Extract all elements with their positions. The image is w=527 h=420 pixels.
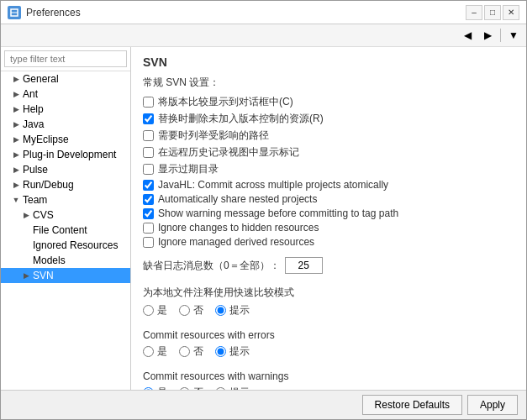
sidebar-item-label-ant: Ant — [23, 88, 38, 100]
checkbox-label-auto-share[interactable]: Automatically share nested projects — [158, 193, 317, 205]
commit-errors-yes: 是 — [143, 344, 167, 359]
commit-warnings-section: Commit resources with warnings 是 否 提示 — [143, 370, 514, 390]
sidebar-item-java[interactable]: ▶Java — [1, 117, 130, 132]
local-compare-no: 否 — [179, 303, 203, 318]
checkbox-remote-history[interactable] — [143, 147, 154, 158]
window-title: Preferences — [26, 7, 466, 18]
checkbox-row-compare-dialog: 将版本比较显示到对话框中(C) — [143, 95, 514, 109]
dropdown-button[interactable]: ▼ — [504, 26, 523, 45]
checkbox-label-affected-paths[interactable]: 需要时列举受影响的路径 — [158, 129, 269, 143]
checkbox-row-ignore-hidden: Ignore changes to hidden resources — [143, 222, 514, 234]
general-section-title: 常规 SVN 设置： — [143, 76, 514, 90]
commit-errors-yes-label[interactable]: 是 — [157, 344, 167, 359]
close-button[interactable]: ✕ — [503, 5, 519, 20]
sidebar-item-ignored-resources[interactable]: Ignored Resources — [1, 238, 130, 253]
checkbox-row-replace-deleted: 替换时删除未加入版本控制的资源(R) — [143, 112, 514, 126]
checkbox-row-remote-history: 在远程历史记录视图中显示标记 — [143, 145, 514, 160]
sidebar-item-models[interactable]: Models — [1, 253, 130, 268]
back-button[interactable]: ◀ — [458, 26, 477, 45]
sidebar-item-help[interactable]: ▶Help — [1, 102, 130, 117]
toolbar-divider — [500, 29, 501, 42]
java-arrow-icon: ▶ — [11, 119, 21, 129]
commit-errors-hint-label[interactable]: 提示 — [229, 344, 250, 359]
checkboxes-container: 将版本比较显示到对话框中(C)替换时删除未加入版本控制的资源(R)需要时列举受影… — [143, 95, 514, 250]
commit-errors-hint-radio[interactable] — [215, 346, 226, 357]
local-compare-yes-label[interactable]: 是 — [157, 303, 167, 318]
local-compare-yes: 是 — [143, 303, 167, 318]
right-panel: SVN 常规 SVN 设置： 将版本比较显示到对话框中(C)替换时删除未加入版本… — [131, 47, 526, 390]
checkbox-row-javaHL-commit: JavaHL: Commit across multiple projects … — [143, 179, 514, 191]
sidebar-item-svn[interactable]: ▶SVN — [1, 268, 130, 283]
search-box — [1, 47, 130, 71]
commit-errors-section: Commit resources with errors 是 否 提示 — [143, 329, 514, 360]
local-compare-no-radio[interactable] — [179, 305, 190, 316]
checkbox-affected-paths[interactable] — [143, 130, 154, 141]
sidebar-item-label-java: Java — [23, 118, 44, 130]
forward-button[interactable]: ▶ — [478, 26, 497, 45]
checkbox-label-ignore-hidden[interactable]: Ignore changes to hidden resources — [158, 222, 319, 234]
restore-defaults-button[interactable]: Restore Defaults — [362, 395, 462, 415]
checkbox-label-javaHL-commit[interactable]: JavaHL: Commit across multiple projects … — [158, 179, 388, 191]
sidebar-item-label-models: Models — [33, 255, 66, 266]
checkbox-javaHL-commit[interactable] — [143, 180, 154, 191]
checkbox-compare-dialog[interactable] — [143, 97, 154, 108]
models-arrow-icon — [21, 255, 31, 265]
commit-errors-hint: 提示 — [215, 344, 250, 359]
sidebar-item-run-debug[interactable]: ▶Run/Debug — [1, 177, 130, 192]
commit-warnings-label: Commit resources with warnings — [143, 370, 514, 382]
local-compare-yes-radio[interactable] — [143, 305, 154, 316]
commit-errors-yes-radio[interactable] — [143, 346, 154, 357]
ant-arrow-icon: ▶ — [11, 89, 21, 99]
sidebar-item-pulse[interactable]: ▶Pulse — [1, 162, 130, 177]
sidebar-item-label-ignored-resources: Ignored Resources — [33, 239, 118, 251]
checkbox-replace-deleted[interactable] — [143, 113, 154, 124]
checkbox-label-compare-dialog[interactable]: 将版本比较显示到对话框中(C) — [158, 95, 293, 109]
sidebar-item-label-myeclipse: MyEclipse — [23, 134, 69, 145]
svn-arrow-icon: ▶ — [21, 270, 31, 281]
commit-errors-no: 否 — [179, 344, 203, 359]
toolbar: ◀ ▶ ▼ — [1, 24, 526, 47]
local-compare-section: 为本地文件注释使用快速比较模式 是 否 提示 — [143, 286, 514, 319]
sidebar-item-cvs[interactable]: ▶CVS — [1, 207, 130, 223]
local-compare-hint-label[interactable]: 提示 — [229, 303, 250, 318]
apply-button[interactable]: Apply — [467, 395, 518, 415]
checkbox-auto-share[interactable] — [143, 194, 154, 205]
sidebar-item-plugin-dev[interactable]: ▶Plug-in Development — [1, 147, 130, 162]
local-compare-options: 是 否 提示 — [143, 303, 514, 318]
commit-errors-no-radio[interactable] — [179, 346, 190, 357]
checkbox-ignore-hidden[interactable] — [143, 223, 154, 234]
checkbox-label-ignore-managed[interactable]: Ignore managed derived resources — [158, 236, 314, 248]
sidebar-item-label-help: Help — [23, 103, 44, 115]
run-debug-arrow-icon: ▶ — [11, 180, 21, 190]
sidebar-item-ant[interactable]: ▶Ant — [1, 87, 130, 102]
panel-title: SVN — [143, 55, 514, 69]
sidebar-item-myeclipse[interactable]: ▶MyEclipse — [1, 132, 130, 147]
checkbox-label-replace-deleted[interactable]: 替换时删除未加入版本控制的资源(R) — [158, 112, 324, 126]
log-count-label: 缺省日志消息数（0＝全部）： — [143, 259, 280, 273]
local-compare-no-label[interactable]: 否 — [193, 303, 203, 318]
commit-errors-label: Commit resources with errors — [143, 329, 514, 341]
search-input[interactable] — [4, 50, 127, 67]
sidebar-item-label-svn: SVN — [33, 270, 54, 281]
checkbox-row-affected-paths: 需要时列举受影响的路径 — [143, 129, 514, 143]
checkbox-ignore-managed[interactable] — [143, 237, 154, 248]
local-compare-hint-radio[interactable] — [215, 305, 226, 316]
checkbox-label-remote-history[interactable]: 在远程历史记录视图中显示标记 — [158, 145, 299, 160]
sidebar-item-file-content[interactable]: File Content — [1, 223, 130, 238]
checkbox-label-warning-tag[interactable]: Show warning message before committing t… — [158, 207, 398, 219]
myeclipse-arrow-icon: ▶ — [11, 134, 21, 144]
log-count-input[interactable] — [285, 257, 323, 274]
sidebar: ▶General▶Ant▶Help▶Java▶MyEclipse▶Plug-in… — [1, 47, 131, 390]
preferences-window: Preferences – □ ✕ ◀ ▶ ▼ ▶General▶Ant▶Hel… — [0, 0, 527, 420]
sidebar-item-label-cvs: CVS — [33, 209, 54, 221]
commit-errors-no-label[interactable]: 否 — [193, 344, 203, 359]
sidebar-item-team[interactable]: ▼Team — [1, 192, 130, 207]
checkbox-label-show-expired[interactable]: 显示过期目录 — [158, 162, 219, 176]
maximize-button[interactable]: □ — [484, 5, 501, 20]
bottom-bar: Restore Defaults Apply — [1, 390, 526, 419]
checkbox-warning-tag[interactable] — [143, 208, 154, 219]
checkbox-show-expired[interactable] — [143, 164, 154, 175]
sidebar-item-label-file-content: File Content — [33, 224, 87, 236]
sidebar-item-general[interactable]: ▶General — [1, 71, 130, 87]
minimize-button[interactable]: – — [466, 5, 482, 20]
